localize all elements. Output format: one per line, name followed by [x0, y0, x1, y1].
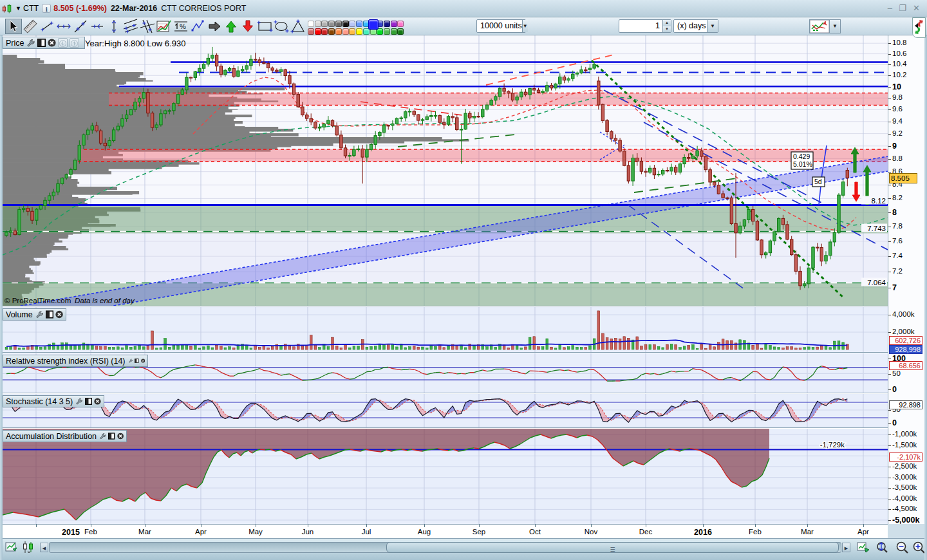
svg-text:7.064: 7.064: [867, 279, 886, 286]
svg-text:© ProRealTime.com: © ProRealTime.com: [5, 297, 71, 304]
svg-text:5.01%: 5.01%: [793, 160, 812, 168]
svg-text:%: %: [180, 23, 186, 30]
svg-text:-1,729k: -1,729k: [820, 441, 845, 449]
svg-text:0.429: 0.429: [793, 153, 810, 160]
svg-text:5d: 5d: [814, 178, 822, 185]
svg-text:Data is end of day: Data is end of day: [75, 297, 135, 304]
svg-text:8.12: 8.12: [872, 197, 886, 205]
svg-text:7.743: 7.743: [867, 225, 886, 232]
